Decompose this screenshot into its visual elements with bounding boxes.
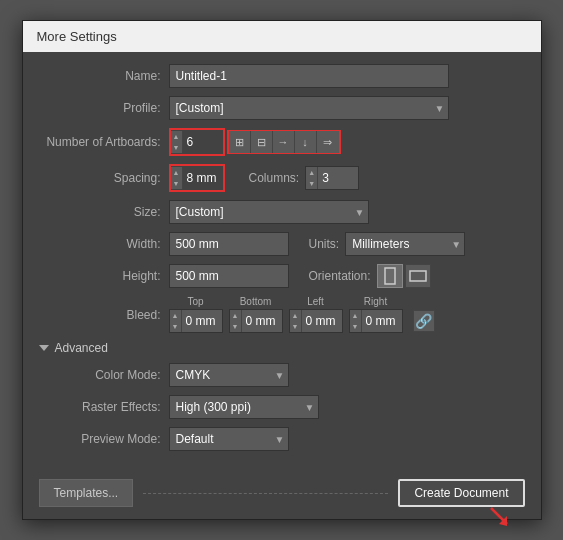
columns-spinner: ▲ ▼ 3 xyxy=(305,166,359,190)
bleed-left-label: Left xyxy=(289,296,343,307)
orientation-label: Orientation: xyxy=(309,269,371,283)
height-label: Height: xyxy=(39,269,169,283)
height-input[interactable] xyxy=(169,264,289,288)
width-row: Width: Units: Millimeters Inches Pixels … xyxy=(39,232,525,256)
svg-rect-0 xyxy=(385,268,395,284)
profile-label: Profile: xyxy=(39,101,169,115)
bleed-bottom-arrows: ▲ ▼ xyxy=(230,310,242,332)
name-row: Name: xyxy=(39,64,525,88)
columns-label: Columns: xyxy=(249,171,300,185)
bleed-label: Bleed: xyxy=(39,308,169,322)
raster-label: Raster Effects: xyxy=(39,400,169,414)
columns-spinner-arrows: ▲ ▼ xyxy=(306,167,318,189)
arrow-indicator xyxy=(489,506,511,531)
raster-row: Raster Effects: High (300 ppi) Medium (1… xyxy=(39,395,525,419)
bleed-bottom-up[interactable]: ▲ xyxy=(230,310,241,321)
dialog-title: More Settings xyxy=(23,21,541,52)
red-arrow-icon xyxy=(489,506,511,528)
bleed-right-up[interactable]: ▲ xyxy=(350,310,361,321)
spacing-spinner: ▲ ▼ 8 mm xyxy=(171,166,223,190)
landscape-icon xyxy=(409,269,427,283)
columns-spin-down[interactable]: ▼ xyxy=(306,178,317,189)
bleed-left-item: Left ▲ ▼ 0 mm xyxy=(289,296,343,333)
artboards-spinner: ▲ ▼ 6 xyxy=(171,130,223,154)
dialog-footer: Templates... Create Document xyxy=(23,471,541,519)
artboards-row: Number of Artboards: ▲ ▼ 6 ⊞ ⊟ → ↓ ⇒ xyxy=(39,128,525,156)
bleed-group: Top ▲ ▼ 0 mm Bottom ▲ ▼ xyxy=(169,296,435,333)
spacing-input-box: ▲ ▼ 8 mm xyxy=(169,164,225,192)
bleed-top-arrows: ▲ ▼ xyxy=(170,310,182,332)
width-label: Width: xyxy=(39,237,169,251)
units-dropdown-wrapper: Millimeters Inches Pixels Points ▼ xyxy=(345,232,465,256)
preview-select[interactable]: Default Pixel Overprint xyxy=(169,427,289,451)
columns-spin-up[interactable]: ▲ xyxy=(306,167,317,178)
right-arrow-icon-btn[interactable]: ⇒ xyxy=(317,131,339,153)
landscape-btn[interactable] xyxy=(405,264,431,288)
bleed-right-label: Right xyxy=(349,296,403,307)
advanced-chevron-icon xyxy=(39,345,49,351)
grid-col-icon-btn[interactable]: ⊟ xyxy=(251,131,273,153)
artboards-spinner-arrows: ▲ ▼ xyxy=(171,131,183,153)
arrange-down-icon-btn[interactable]: ↓ xyxy=(295,131,317,153)
artboards-spin-down[interactable]: ▼ xyxy=(171,142,182,153)
preview-mode-row: Preview Mode: Default Pixel Overprint ▼ xyxy=(39,427,525,451)
bleed-left-down[interactable]: ▼ xyxy=(290,321,301,332)
units-label: Units: xyxy=(309,237,340,251)
bleed-top-up[interactable]: ▲ xyxy=(170,310,181,321)
bleed-bottom-down[interactable]: ▼ xyxy=(230,321,241,332)
orientation-buttons xyxy=(377,264,431,288)
width-input[interactable] xyxy=(169,232,289,256)
svg-rect-1 xyxy=(410,271,426,281)
spacing-spin-up[interactable]: ▲ xyxy=(171,167,182,178)
profile-row: Profile: [Custom] Print Web Mobile ▼ xyxy=(39,96,525,120)
svg-line-2 xyxy=(491,508,507,524)
arrange-right-icon-btn[interactable]: → xyxy=(273,131,295,153)
artboards-input-box: ▲ ▼ 6 xyxy=(169,128,225,156)
color-mode-label: Color Mode: xyxy=(39,368,169,382)
bleed-bottom-label: Bottom xyxy=(229,296,283,307)
templates-button[interactable]: Templates... xyxy=(39,479,134,507)
name-input[interactable] xyxy=(169,64,449,88)
bleed-right-arrows: ▲ ▼ xyxy=(350,310,362,332)
raster-select[interactable]: High (300 ppi) Medium (150 ppi) Low (72 … xyxy=(169,395,319,419)
units-select[interactable]: Millimeters Inches Pixels Points xyxy=(345,232,465,256)
bleed-top-spinner: ▲ ▼ 0 mm xyxy=(169,309,223,333)
spacing-row: Spacing: ▲ ▼ 8 mm Columns: ▲ ▼ 3 xyxy=(39,164,525,192)
color-mode-dropdown-wrapper: CMYK RGB ▼ xyxy=(169,363,289,387)
create-button-wrapper: Create Document xyxy=(398,479,524,507)
advanced-label: Advanced xyxy=(55,341,108,355)
bleed-bottom-value: 0 mm xyxy=(242,314,282,328)
color-mode-select[interactable]: CMYK RGB xyxy=(169,363,289,387)
bleed-top-item: Top ▲ ▼ 0 mm xyxy=(169,296,223,333)
bleed-top-label: Top xyxy=(169,296,223,307)
size-row: Size: [Custom] A4 Letter Tabloid ▼ xyxy=(39,200,525,224)
bleed-top-down[interactable]: ▼ xyxy=(170,321,181,332)
artboards-spin-up[interactable]: ▲ xyxy=(171,131,182,142)
profile-select[interactable]: [Custom] Print Web Mobile xyxy=(169,96,449,120)
artboards-icons-box: ⊞ ⊟ → ↓ ⇒ xyxy=(227,130,341,154)
bleed-left-up[interactable]: ▲ xyxy=(290,310,301,321)
bleed-right-down[interactable]: ▼ xyxy=(350,321,361,332)
bleed-right-item: Right ▲ ▼ 0 mm xyxy=(349,296,403,333)
create-document-button[interactable]: Create Document xyxy=(398,479,524,507)
spacing-spin-down[interactable]: ▼ xyxy=(171,178,182,189)
artboards-value: 6 xyxy=(183,135,223,149)
raster-dropdown-wrapper: High (300 ppi) Medium (150 ppi) Low (72 … xyxy=(169,395,319,419)
advanced-toggle[interactable]: Advanced xyxy=(39,341,525,355)
bleed-link-btn[interactable]: 🔗 xyxy=(413,310,435,332)
bleed-row: Bleed: Top ▲ ▼ 0 mm Bottom xyxy=(39,296,525,333)
portrait-btn[interactable] xyxy=(377,264,403,288)
bleed-right-value: 0 mm xyxy=(362,314,402,328)
height-row: Height: Orientation: xyxy=(39,264,525,288)
spacing-spinner-arrows: ▲ ▼ xyxy=(171,167,183,189)
spacing-label: Spacing: xyxy=(39,171,169,185)
grid-icon-btn[interactable]: ⊞ xyxy=(229,131,251,153)
bleed-left-value: 0 mm xyxy=(302,314,342,328)
footer-divider xyxy=(143,493,388,494)
size-dropdown-wrapper: [Custom] A4 Letter Tabloid ▼ xyxy=(169,200,369,224)
artboards-label: Number of Artboards: xyxy=(39,135,169,149)
name-label: Name: xyxy=(39,69,169,83)
preview-dropdown-wrapper: Default Pixel Overprint ▼ xyxy=(169,427,289,451)
size-select[interactable]: [Custom] A4 Letter Tabloid xyxy=(169,200,369,224)
columns-value: 3 xyxy=(318,171,358,185)
